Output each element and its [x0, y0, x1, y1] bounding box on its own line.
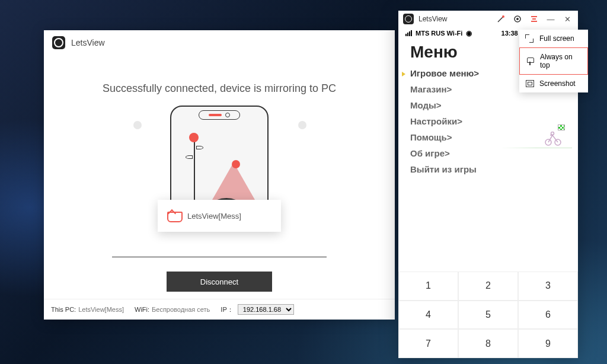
fullscreen-icon [525, 34, 533, 43]
key-7[interactable]: 7 [398, 329, 458, 358]
deco-dot-right [298, 121, 306, 129]
menu-item-2[interactable]: Моды> [410, 97, 442, 113]
pin-icon [526, 57, 534, 65]
minimize-button[interactable]: — [545, 13, 557, 25]
key-9[interactable]: 9 [518, 329, 578, 358]
key-8[interactable]: 8 [458, 329, 518, 358]
signal-icon [405, 30, 412, 36]
key-5[interactable]: 5 [458, 301, 518, 330]
ctx-fullscreen[interactable]: Full screen [519, 30, 588, 47]
ip-select[interactable]: 192.168.1.68 [238, 304, 294, 315]
ctx-always-on-top[interactable]: Always on top [519, 47, 588, 75]
baseline [112, 257, 327, 257]
menu-item-4[interactable]: Помощь> [410, 129, 452, 145]
popup-context-menu: Full screen Always on top Screenshot [519, 30, 588, 92]
key-3[interactable]: 3 [518, 272, 578, 301]
key-2[interactable]: 2 [458, 272, 518, 301]
screenshot-icon [525, 79, 533, 88]
menu-item-3[interactable]: Настройки> [410, 113, 462, 129]
tv-icon [167, 209, 180, 222]
carrier-info: MTS RUS Wi-Fi ◉ [405, 29, 472, 37]
phone-notch [199, 110, 240, 120]
svg-point-2 [516, 18, 519, 20]
record-icon[interactable] [512, 13, 523, 25]
menu-item-6[interactable]: Выйти из игры [410, 161, 477, 177]
menu-item-1[interactable]: Магазин> [410, 81, 452, 97]
connection-message: Successfully connected, device is mirror… [44, 82, 395, 95]
disconnect-button[interactable]: Disconnect [167, 272, 272, 292]
popup-title: LetsView [418, 15, 490, 23]
letsview-main-window: LetsView Successfully connected, device … [44, 30, 395, 320]
letsview-logo-icon [403, 14, 414, 24]
key-1[interactable]: 1 [398, 272, 458, 301]
close-button[interactable]: ✕ [561, 13, 573, 25]
device-name: LetsView[Mess] [187, 212, 241, 221]
draw-icon[interactable] [495, 13, 507, 25]
device-card[interactable]: LetsView[Mess] [158, 200, 281, 232]
footer-ip: IP： 192.168.1.68 [221, 304, 293, 315]
letsview-logo-icon [52, 36, 65, 49]
ctx-screenshot[interactable]: Screenshot [519, 75, 588, 92]
key-6[interactable]: 6 [518, 301, 578, 330]
main-title-text: LetsView [71, 38, 105, 47]
main-footer: This PC:LetsView[Mess] WiFi:Беспроводная… [44, 299, 395, 320]
footer-wifi: WiFi:Беспроводная сеть [135, 306, 210, 313]
popup-titlebar[interactable]: LetsView — ✕ [398, 11, 578, 27]
footer-pc: This PC:LetsView[Mess] [51, 306, 124, 313]
key-4[interactable]: 4 [398, 301, 458, 330]
menu-item-0[interactable]: Игровое меню> [410, 65, 479, 81]
main-titlebar: LetsView [44, 30, 395, 55]
svg-point-0 [502, 15, 504, 18]
hamburger-icon[interactable] [528, 13, 540, 25]
menu-item-5[interactable]: Об игре> [410, 145, 450, 161]
number-keypad: 123456789 [398, 272, 578, 358]
deco-dot-left [133, 121, 142, 129]
wifi-icon: ◉ [466, 29, 472, 37]
